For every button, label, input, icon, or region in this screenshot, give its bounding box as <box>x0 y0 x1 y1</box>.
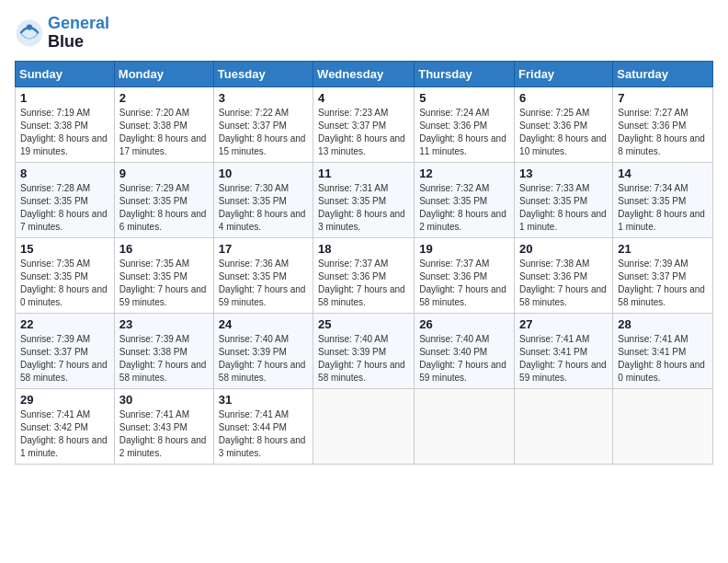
logo-text: General Blue <box>48 15 109 52</box>
day-info: Sunrise: 7:40 AM Sunset: 3:40 PM Dayligh… <box>419 333 509 385</box>
day-info: Sunrise: 7:41 AM Sunset: 3:41 PM Dayligh… <box>519 333 608 385</box>
col-header-wednesday: Wednesday <box>313 61 415 86</box>
day-number: 27 <box>519 317 608 331</box>
day-number: 29 <box>20 393 109 407</box>
logo-icon <box>15 18 44 48</box>
day-number: 15 <box>20 242 109 256</box>
day-number: 18 <box>318 242 409 256</box>
col-header-saturday: Saturday <box>613 61 713 86</box>
day-info: Sunrise: 7:35 AM Sunset: 3:35 PM Dayligh… <box>20 258 109 309</box>
day-info: Sunrise: 7:36 AM Sunset: 3:35 PM Dayligh… <box>219 258 308 309</box>
day-info: Sunrise: 7:30 AM Sunset: 3:35 PM Dayligh… <box>219 182 308 234</box>
calendar-cell: 22 Sunrise: 7:39 AM Sunset: 3:37 PM Dayl… <box>16 313 115 388</box>
day-number: 25 <box>318 317 409 331</box>
calendar-cell: 24 Sunrise: 7:40 AM Sunset: 3:39 PM Dayl… <box>213 313 313 388</box>
calendar-cell <box>515 388 613 464</box>
calendar-cell: 6 Sunrise: 7:25 AM Sunset: 3:36 PM Dayli… <box>515 86 613 162</box>
day-number: 7 <box>618 91 708 105</box>
day-info: Sunrise: 7:34 AM Sunset: 3:35 PM Dayligh… <box>618 182 708 234</box>
calendar-cell: 26 Sunrise: 7:40 AM Sunset: 3:40 PM Dayl… <box>415 313 515 388</box>
day-info: Sunrise: 7:20 AM Sunset: 3:38 PM Dayligh… <box>119 107 209 158</box>
day-number: 6 <box>519 91 608 105</box>
day-info: Sunrise: 7:41 AM Sunset: 3:44 PM Dayligh… <box>219 408 308 460</box>
calendar-cell: 5 Sunrise: 7:24 AM Sunset: 3:36 PM Dayli… <box>415 86 515 162</box>
calendar-table: SundayMondayTuesdayWednesdayThursdayFrid… <box>15 61 713 465</box>
day-info: Sunrise: 7:33 AM Sunset: 3:35 PM Dayligh… <box>519 182 608 234</box>
calendar-cell: 4 Sunrise: 7:23 AM Sunset: 3:37 PM Dayli… <box>313 86 415 162</box>
day-number: 23 <box>119 317 209 331</box>
calendar-cell <box>613 388 713 464</box>
day-number: 28 <box>618 317 708 331</box>
calendar-cell: 16 Sunrise: 7:35 AM Sunset: 3:35 PM Dayl… <box>114 237 213 313</box>
day-info: Sunrise: 7:37 AM Sunset: 3:36 PM Dayligh… <box>318 258 409 309</box>
calendar-cell: 10 Sunrise: 7:30 AM Sunset: 3:35 PM Dayl… <box>213 162 313 237</box>
calendar-cell: 27 Sunrise: 7:41 AM Sunset: 3:41 PM Dayl… <box>515 313 613 388</box>
day-info: Sunrise: 7:40 AM Sunset: 3:39 PM Dayligh… <box>318 333 409 385</box>
svg-point-1 <box>27 24 32 29</box>
col-header-friday: Friday <box>515 61 613 86</box>
day-number: 1 <box>20 91 109 105</box>
day-number: 8 <box>20 167 109 180</box>
day-info: Sunrise: 7:19 AM Sunset: 3:38 PM Dayligh… <box>20 107 109 158</box>
day-number: 3 <box>219 91 308 105</box>
day-info: Sunrise: 7:24 AM Sunset: 3:36 PM Dayligh… <box>419 107 509 158</box>
day-number: 24 <box>219 317 308 331</box>
day-info: Sunrise: 7:39 AM Sunset: 3:38 PM Dayligh… <box>119 333 209 385</box>
day-number: 22 <box>20 317 109 331</box>
col-header-sunday: Sunday <box>16 61 115 86</box>
day-number: 11 <box>318 167 409 180</box>
day-number: 31 <box>219 393 308 407</box>
calendar-cell: 21 Sunrise: 7:39 AM Sunset: 3:37 PM Dayl… <box>613 237 713 313</box>
svg-point-0 <box>17 19 43 46</box>
day-info: Sunrise: 7:37 AM Sunset: 3:36 PM Dayligh… <box>419 258 509 309</box>
calendar-cell: 12 Sunrise: 7:32 AM Sunset: 3:35 PM Dayl… <box>415 162 515 237</box>
page-header: General Blue <box>15 15 713 52</box>
day-info: Sunrise: 7:41 AM Sunset: 3:42 PM Dayligh… <box>20 408 109 460</box>
day-info: Sunrise: 7:35 AM Sunset: 3:35 PM Dayligh… <box>119 258 209 309</box>
day-number: 16 <box>119 242 209 256</box>
col-header-tuesday: Tuesday <box>213 61 313 86</box>
calendar-cell: 13 Sunrise: 7:33 AM Sunset: 3:35 PM Dayl… <box>515 162 613 237</box>
day-info: Sunrise: 7:29 AM Sunset: 3:35 PM Dayligh… <box>119 182 209 234</box>
day-number: 10 <box>219 167 308 180</box>
day-info: Sunrise: 7:22 AM Sunset: 3:37 PM Dayligh… <box>219 107 308 158</box>
day-info: Sunrise: 7:31 AM Sunset: 3:35 PM Dayligh… <box>318 182 409 234</box>
calendar-cell: 25 Sunrise: 7:40 AM Sunset: 3:39 PM Dayl… <box>313 313 415 388</box>
calendar-week-1: 1 Sunrise: 7:19 AM Sunset: 3:38 PM Dayli… <box>16 86 713 162</box>
calendar-cell: 28 Sunrise: 7:41 AM Sunset: 3:41 PM Dayl… <box>613 313 713 388</box>
day-number: 4 <box>318 91 409 105</box>
day-info: Sunrise: 7:39 AM Sunset: 3:37 PM Dayligh… <box>20 333 109 385</box>
day-number: 21 <box>618 242 708 256</box>
day-number: 26 <box>419 317 509 331</box>
day-info: Sunrise: 7:32 AM Sunset: 3:35 PM Dayligh… <box>419 182 509 234</box>
day-number: 20 <box>519 242 608 256</box>
day-number: 14 <box>618 167 708 180</box>
calendar-header-row: SundayMondayTuesdayWednesdayThursdayFrid… <box>16 61 713 86</box>
calendar-week-4: 22 Sunrise: 7:39 AM Sunset: 3:37 PM Dayl… <box>16 313 713 388</box>
day-info: Sunrise: 7:23 AM Sunset: 3:37 PM Dayligh… <box>318 107 409 158</box>
day-info: Sunrise: 7:25 AM Sunset: 3:36 PM Dayligh… <box>519 107 608 158</box>
calendar-cell: 2 Sunrise: 7:20 AM Sunset: 3:38 PM Dayli… <box>114 86 213 162</box>
day-info: Sunrise: 7:27 AM Sunset: 3:36 PM Dayligh… <box>618 107 708 158</box>
calendar-cell: 11 Sunrise: 7:31 AM Sunset: 3:35 PM Dayl… <box>313 162 415 237</box>
calendar-cell: 20 Sunrise: 7:38 AM Sunset: 3:36 PM Dayl… <box>515 237 613 313</box>
day-number: 19 <box>419 242 509 256</box>
day-info: Sunrise: 7:28 AM Sunset: 3:35 PM Dayligh… <box>20 182 109 234</box>
day-number: 5 <box>419 91 509 105</box>
calendar-cell: 29 Sunrise: 7:41 AM Sunset: 3:42 PM Dayl… <box>16 388 115 464</box>
calendar-cell <box>313 388 415 464</box>
calendar-cell: 17 Sunrise: 7:36 AM Sunset: 3:35 PM Dayl… <box>213 237 313 313</box>
col-header-monday: Monday <box>114 61 213 86</box>
calendar-cell: 3 Sunrise: 7:22 AM Sunset: 3:37 PM Dayli… <box>213 86 313 162</box>
calendar-cell: 15 Sunrise: 7:35 AM Sunset: 3:35 PM Dayl… <box>16 237 115 313</box>
calendar-week-3: 15 Sunrise: 7:35 AM Sunset: 3:35 PM Dayl… <box>16 237 713 313</box>
day-number: 9 <box>119 167 209 180</box>
day-number: 30 <box>119 393 209 407</box>
day-info: Sunrise: 7:38 AM Sunset: 3:36 PM Dayligh… <box>519 258 608 309</box>
calendar-week-2: 8 Sunrise: 7:28 AM Sunset: 3:35 PM Dayli… <box>16 162 713 237</box>
calendar-cell: 1 Sunrise: 7:19 AM Sunset: 3:38 PM Dayli… <box>16 86 115 162</box>
day-number: 2 <box>119 91 209 105</box>
calendar-cell: 30 Sunrise: 7:41 AM Sunset: 3:43 PM Dayl… <box>114 388 213 464</box>
day-info: Sunrise: 7:41 AM Sunset: 3:41 PM Dayligh… <box>618 333 708 385</box>
calendar-cell: 8 Sunrise: 7:28 AM Sunset: 3:35 PM Dayli… <box>16 162 115 237</box>
